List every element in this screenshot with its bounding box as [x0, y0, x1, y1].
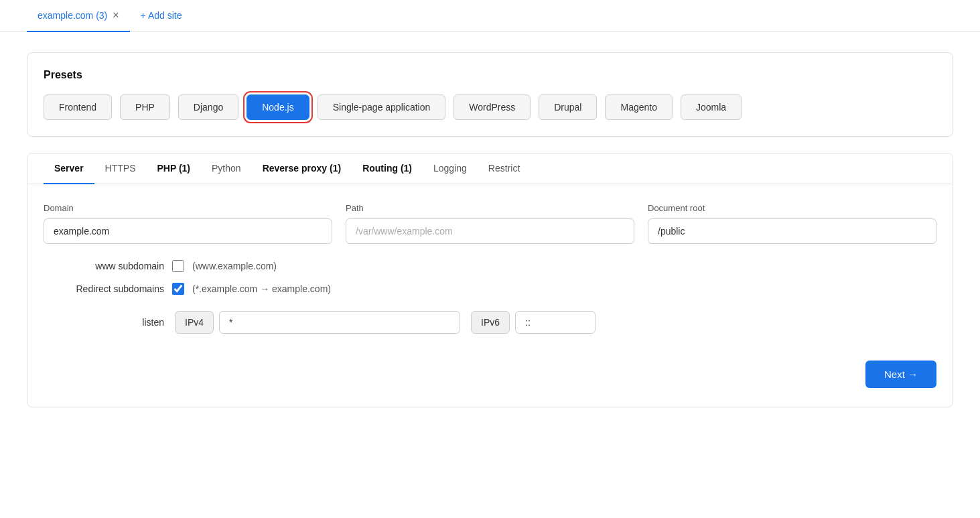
www-subdomain-checkbox[interactable] [172, 260, 184, 272]
config-body: Domain Path Document root www subdomain [27, 184, 953, 407]
config-tab-https[interactable]: HTTPS [94, 153, 147, 184]
redirect-subdomains-checkbox[interactable] [172, 283, 184, 295]
domain-field-group: Domain [44, 203, 332, 244]
main-content: Presets FrontendPHPDjangoNode.jsSingle-p… [0, 32, 980, 428]
www-subdomain-row: www subdomain (www.example.com) [44, 260, 936, 272]
ipv6-tag: IPv6 [471, 311, 510, 334]
domain-input[interactable] [44, 218, 332, 244]
active-tab[interactable]: example.com (3) × [27, 0, 130, 32]
path-field-group: Path [346, 203, 634, 244]
preset-drupal-button[interactable]: Drupal [539, 94, 597, 120]
preset-frontend-button[interactable]: Frontend [44, 94, 112, 120]
preset-django-button[interactable]: Django [178, 94, 238, 120]
next-button[interactable]: Next → [865, 361, 936, 388]
listen-row: listen IPv4 IPv6 [44, 311, 936, 334]
redirect-subdomains-label: Redirect subdomains [44, 283, 164, 294]
www-subdomain-desc: (www.example.com) [192, 261, 277, 271]
add-site-button[interactable]: + Add site [130, 0, 193, 32]
path-input[interactable] [346, 218, 634, 244]
presets-card: Presets FrontendPHPDjangoNode.jsSingle-p… [27, 52, 953, 137]
config-tab-routing[interactable]: Routing (1) [352, 153, 423, 184]
redirect-subdomains-desc: (*.example.com → example.com) [192, 283, 331, 294]
presets-row: FrontendPHPDjangoNode.jsSingle-page appl… [44, 94, 936, 120]
document-root-field-group: Document root [648, 203, 936, 244]
config-tab-python[interactable]: Python [201, 153, 252, 184]
fields-row: Domain Path Document root [44, 203, 936, 244]
active-tab-label: example.com (3) [38, 10, 107, 21]
www-subdomain-label: www subdomain [44, 261, 164, 271]
preset-wordpress-button[interactable]: WordPress [453, 94, 531, 120]
config-tab-restrict[interactable]: Restrict [478, 153, 531, 184]
config-tabs: ServerHTTPSPHP (1)PythonReverse proxy (1… [27, 153, 953, 184]
close-icon[interactable]: × [113, 10, 119, 21]
listen-ipv6-group: IPv6 [471, 311, 596, 334]
listen-ipv4-group: IPv4 [175, 311, 460, 334]
redirect-subdomains-row: Redirect subdomains (*.example.com → exa… [44, 283, 936, 295]
config-tab-reverseproxy[interactable]: Reverse proxy (1) [252, 153, 352, 184]
preset-spa-button[interactable]: Single-page application [318, 94, 446, 120]
preset-nodejs-button[interactable]: Node.js [247, 94, 309, 120]
config-card: ServerHTTPSPHP (1)PythonReverse proxy (1… [27, 153, 953, 407]
preset-joomla-button[interactable]: Joomla [681, 94, 742, 120]
document-root-label: Document root [648, 203, 936, 213]
footer-row: Next → [44, 355, 936, 388]
path-label: Path [346, 203, 634, 213]
config-tab-php[interactable]: PHP (1) [146, 153, 201, 184]
presets-title: Presets [44, 69, 936, 81]
top-tab-bar: example.com (3) × + Add site [0, 0, 980, 32]
config-tab-logging[interactable]: Logging [423, 153, 478, 184]
domain-label: Domain [44, 203, 332, 213]
preset-php-button[interactable]: PHP [120, 94, 170, 120]
ipv6-input[interactable] [515, 311, 596, 334]
ipv4-tag: IPv4 [175, 311, 214, 334]
checkbox-section: www subdomain (www.example.com) Redirect… [44, 260, 936, 295]
preset-magento-button[interactable]: Magento [605, 94, 672, 120]
listen-label: listen [44, 317, 164, 328]
document-root-input[interactable] [648, 218, 936, 244]
config-tab-server[interactable]: Server [44, 153, 94, 184]
ipv4-input[interactable] [219, 311, 460, 334]
